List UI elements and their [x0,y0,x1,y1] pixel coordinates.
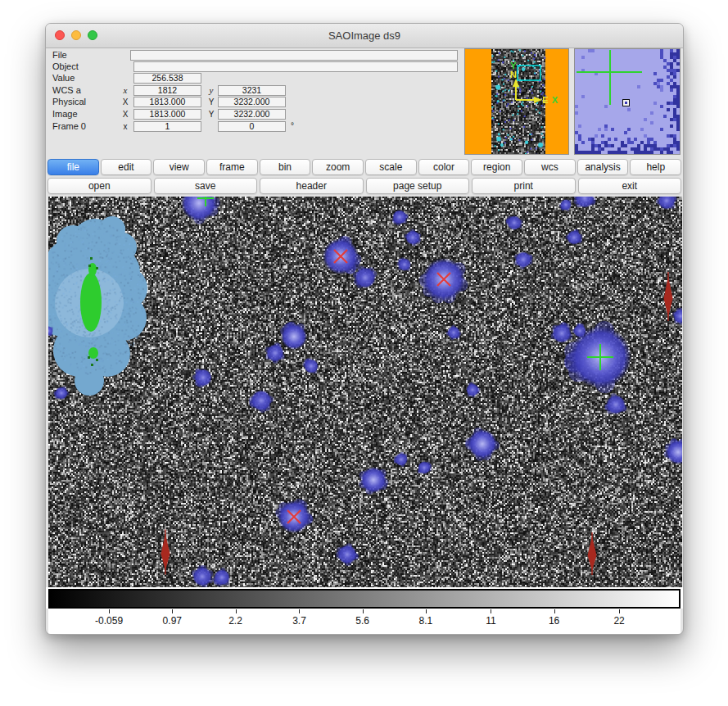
colorbar-tick [109,609,110,613]
image-x-field: 1813.000 [133,109,201,120]
image-y-field: 3232.000 [218,109,286,120]
print-button[interactable]: print [472,178,576,194]
colorbar-tick-label: 8.1 [419,615,433,627]
colorbar-tick [299,609,300,613]
desktop: SAOImage ds9 File Object Value 256.538 W… [0,0,728,706]
traffic-lights [55,30,97,40]
image-canvas[interactable] [48,197,682,587]
degree-symbol: ° [291,121,294,130]
colorbar-tick [619,609,620,613]
colorbar-tick [426,609,427,613]
frame-zoom-field: 1 [133,121,201,132]
physical-y-label: Y [207,97,215,106]
menu-file[interactable]: file [47,159,99,175]
colorbar-scale: -0.0590.972.23.75.68.1111622 [48,609,681,634]
physical-x-field: 1813.000 [133,97,201,107]
wcs-x-label: x [121,85,129,95]
colorbar-tick-label: 2.2 [228,615,242,627]
file-label: File [52,50,67,60]
ds9-window: SAOImage ds9 File Object Value 256.538 W… [45,23,684,635]
menu-wcs[interactable]: wcs [524,159,576,175]
menu-scale[interactable]: scale [365,159,417,175]
page-setup-button[interactable]: page setup [366,178,470,194]
colorbar-section [46,587,683,609]
frame-label: Frame 0 [52,121,86,131]
close-button[interactable] [55,30,65,40]
colorbar-tick [554,609,555,613]
menu-zoom[interactable]: zoom [312,159,364,175]
object-field [133,61,458,72]
titlebar[interactable]: SAOImage ds9 [46,24,683,48]
colorbar-tick [172,609,173,613]
colorbar-tick-label: 0.97 [163,615,182,627]
window-title: SAOImage ds9 [46,24,683,48]
menu-region[interactable]: region [471,159,522,175]
menu-analysis[interactable]: analysis [577,159,629,175]
open-button[interactable]: open [47,178,151,194]
wcs-label: WCS a [52,85,81,95]
colorbar-tick-label: -0.059 [95,615,123,627]
file-command-bar: open save header page setup print exit [46,177,683,197]
zoom-button[interactable] [88,30,97,40]
colorbar-tick-label: 16 [549,615,559,627]
file-field [130,50,458,61]
magnifier[interactable] [574,48,681,155]
colorbar-tick-label: 22 [613,615,624,627]
menu-help[interactable]: help [630,159,681,175]
image-x-label: X [121,110,129,119]
header-button[interactable]: header [260,178,364,194]
image-display[interactable] [48,197,682,587]
panner[interactable] [464,48,569,155]
colorbar-tick-label: 11 [486,615,495,627]
menu-view[interactable]: view [153,159,205,175]
physical-label: Physical [52,97,86,106]
wcs-y-label: y [207,85,215,95]
menu-color[interactable]: color [418,159,470,175]
menu-frame[interactable]: frame [206,159,258,175]
panner-canvas[interactable] [465,49,568,154]
image-label: Image [52,109,78,119]
colorbar-tick [363,609,364,613]
frame-rotate-field: 0 [218,121,286,132]
physical-x-label: X [121,97,129,106]
minimize-button[interactable] [71,30,81,40]
value-field: 256.538 [133,73,201,84]
frame-zoom-label: x [121,122,129,131]
wcs-y-field: 3231 [218,85,286,96]
menu-edit[interactable]: edit [101,159,152,175]
value-label: Value [52,73,75,83]
wcs-x-field: 1812 [133,85,201,96]
object-label: Object [52,61,79,71]
colorbar-tick-label: 5.6 [355,615,369,627]
exit-button[interactable]: exit [578,178,682,194]
info-section: File Object Value 256.538 WCS a x 1812 y… [46,48,683,156]
colorbar-tick [236,609,237,613]
colorbar-tick [491,609,491,613]
magnifier-canvas[interactable] [575,49,680,154]
physical-y-field: 3232.000 [218,97,286,107]
image-y-label: Y [207,110,215,119]
menu-bar: file edit view frame bin zoom scale colo… [46,156,683,177]
save-button[interactable]: save [154,178,258,194]
colorbar-tick-label: 3.7 [292,615,306,627]
colorbar[interactable] [48,589,681,609]
menu-bin[interactable]: bin [260,159,311,175]
